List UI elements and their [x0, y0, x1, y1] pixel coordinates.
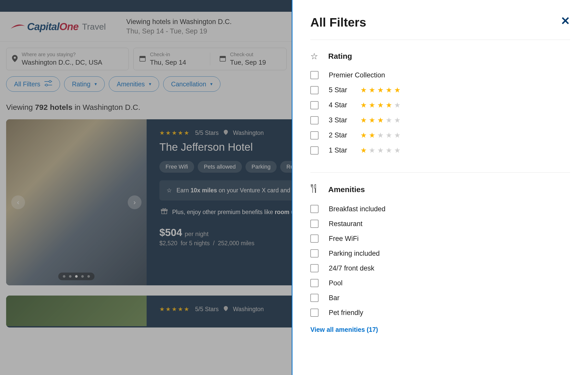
star-empty-icon: ★ — [394, 146, 401, 155]
hotel-stars-text: 5/5 Stars — [195, 306, 219, 313]
caret-down-icon: ▾ — [95, 81, 97, 87]
rating-option[interactable]: Premier Collection — [310, 71, 570, 79]
amenity-option[interactable]: Bar — [310, 294, 570, 302]
caret-down-icon: ▾ — [210, 81, 213, 87]
date-separator — [210, 53, 210, 65]
amenities-section-title: Amenities — [328, 185, 365, 194]
checkout-label: Check-out — [230, 52, 281, 57]
drawer-header: All Filters ✕ — [310, 15, 570, 40]
star-filled-icon: ★ — [369, 131, 375, 139]
option-label: Restaurant — [329, 220, 362, 228]
location-pin-icon — [224, 130, 228, 136]
star-rating-icon: ★★★★★ — [159, 130, 190, 136]
checkbox[interactable] — [310, 220, 319, 228]
carousel-dot[interactable] — [81, 275, 84, 278]
cancellation-chip[interactable]: Cancellation ▾ — [163, 76, 221, 92]
checkbox[interactable] — [310, 294, 319, 302]
carousel-prev-button[interactable]: ‹ — [11, 195, 25, 209]
hotel-image — [6, 296, 147, 326]
logo-travel: Travel — [82, 22, 106, 32]
checkbox[interactable] — [310, 71, 319, 79]
logo[interactable]: CapitalOne Travel — [10, 21, 106, 32]
star-empty-icon: ★ — [394, 131, 401, 139]
star-rating-icon: ★★★★★ — [159, 306, 190, 313]
option-label: 2 Star — [329, 131, 347, 139]
star-filled-icon: ★ — [369, 116, 375, 124]
checkbox[interactable] — [310, 86, 319, 94]
price-unit: per night — [185, 230, 208, 238]
checkin-value: Thu, Sep 14 — [150, 58, 201, 66]
checkbox[interactable] — [310, 131, 319, 139]
carousel-dot[interactable] — [69, 275, 72, 278]
star-outline-icon: ☆ — [310, 51, 318, 61]
svg-point-7 — [45, 84, 48, 86]
checkbox[interactable] — [310, 116, 319, 124]
amenity-option[interactable]: Pool — [310, 279, 570, 287]
amenity-option[interactable]: 24/7 front desk — [310, 264, 570, 272]
star-filled-icon: ★ — [360, 131, 367, 139]
carousel-dot[interactable] — [75, 275, 78, 278]
checkbox[interactable] — [310, 264, 319, 272]
dates-field[interactable]: Check-in Thu, Sep 14 Check-out Tue, Sep … — [133, 48, 287, 70]
checkbox[interactable] — [310, 279, 319, 287]
location-pin-icon — [224, 306, 228, 313]
amenity-option[interactable]: Breakfast included — [310, 205, 570, 213]
view-all-amenities-link[interactable]: View all amenities (17) — [310, 326, 378, 333]
miles-prefix: Earn — [177, 187, 191, 194]
amenity-option[interactable]: Pet friendly — [310, 309, 570, 317]
calendar-icon — [219, 55, 226, 63]
star-empty-icon: ★ — [386, 131, 392, 139]
location-value: Washington D.C., DC, USA — [22, 58, 123, 66]
amenities-chip[interactable]: Amenities ▾ — [109, 76, 159, 92]
benefits-prefix: Plus, enjoy other premium benefits like — [172, 209, 275, 215]
header-info: Viewing hotels in Washington D.C. Thu, S… — [126, 18, 232, 35]
star-empty-icon: ★ — [386, 146, 392, 155]
checkbox[interactable] — [310, 101, 319, 109]
amenity-option[interactable]: Restaurant — [310, 220, 570, 228]
pin-icon — [12, 55, 18, 63]
carousel-dot[interactable] — [87, 275, 90, 278]
rating-option[interactable]: 2 Star★★★★★ — [310, 131, 570, 139]
rating-option[interactable]: 5 Star★★★★★ — [310, 86, 570, 94]
amenities-section: Amenities Breakfast includedRestaurantFr… — [310, 173, 570, 345]
amenity-pill: Parking — [245, 161, 277, 173]
checkbox[interactable] — [310, 235, 319, 243]
star-outline-icon: ☆ — [167, 186, 172, 195]
option-label: 24/7 front desk — [329, 264, 374, 272]
carousel-next-button[interactable]: › — [128, 195, 142, 209]
calendar-icon — [139, 55, 146, 63]
checkbox[interactable] — [310, 146, 319, 155]
star-filled-icon: ★ — [360, 146, 367, 155]
amenity-option[interactable]: Free WiFi — [310, 235, 570, 243]
svg-point-5 — [49, 80, 51, 83]
miles-bold: 10x miles — [191, 187, 217, 194]
star-group: ★★★★★ — [360, 116, 401, 124]
amenity-pill: Free Wifi — [159, 161, 194, 173]
carousel-dots — [58, 273, 95, 280]
option-label: Parking included — [329, 250, 380, 257]
option-label: 5 Star — [329, 86, 347, 94]
checkbox[interactable] — [310, 249, 319, 257]
option-label: 3 Star — [329, 116, 347, 124]
rating-chip[interactable]: Rating ▾ — [64, 76, 105, 92]
checkbox[interactable] — [310, 205, 319, 213]
price-total-label: for 5 nights — [181, 240, 210, 247]
star-group: ★★★★★ — [360, 131, 401, 139]
rating-chip-label: Rating — [72, 80, 90, 88]
checkout-value: Tue, Sep 19 — [230, 58, 281, 66]
option-label: 4 Star — [329, 101, 347, 109]
location-field[interactable]: Where are you staying? Washington D.C., … — [6, 48, 129, 70]
rating-option[interactable]: 1 Star★★★★★ — [310, 146, 570, 155]
checkbox[interactable] — [310, 309, 319, 317]
star-filled-icon: ★ — [386, 101, 392, 109]
rating-option[interactable]: 4 Star★★★★★ — [310, 101, 570, 109]
all-filters-chip[interactable]: All Filters — [6, 76, 60, 92]
logo-swoosh-icon — [10, 24, 26, 29]
gift-icon — [161, 208, 168, 217]
carousel-dot[interactable] — [63, 275, 65, 278]
svg-rect-3 — [220, 56, 226, 58]
amenity-option[interactable]: Parking included — [310, 249, 570, 257]
close-button[interactable]: ✕ — [561, 15, 570, 27]
star-group: ★★★★★ — [360, 101, 401, 109]
rating-option[interactable]: 3 Star★★★★★ — [310, 116, 570, 124]
